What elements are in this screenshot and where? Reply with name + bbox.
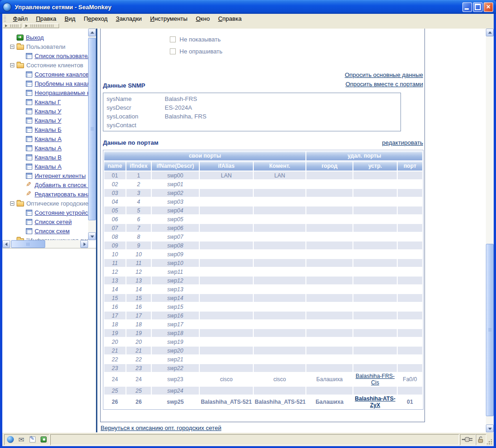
tree-item-label: Состояние клиентов [26, 62, 84, 69]
nopoll-checkbox-row: Не опрашивать [170, 48, 424, 55]
tree-item-label[interactable]: Список схем [35, 228, 70, 235]
ports-section-header: Данные по портам редактировать [103, 138, 423, 147]
table-row: 2525swp24 [104, 387, 422, 395]
tree-item-label[interactable]: Каналы У [35, 117, 61, 124]
hide-checkbox[interactable] [170, 36, 176, 42]
port-cell-ifName: swp06 [152, 224, 199, 232]
addressbook-icon[interactable] [39, 436, 48, 444]
device-link[interactable]: Balashiha-FRS-Cis [356, 373, 395, 386]
tree-item[interactable]: Состояние устройст [2, 208, 88, 217]
navigator-icon[interactable] [6, 436, 14, 444]
sidebar-horizontal-scrollbar[interactable] [2, 240, 88, 248]
online-status-panel[interactable] [460, 434, 476, 445]
tree-item[interactable]: Состояние каналов [2, 70, 88, 79]
tree-item-label[interactable]: Добавить в список к [35, 182, 88, 189]
tree-item-label[interactable]: Редактировать кана [35, 191, 88, 198]
main-scroll-thumb[interactable] [486, 244, 494, 416]
tree-item[interactable]: Неопрашиваемые к [2, 88, 88, 97]
tree-item[interactable]: Добавить в список к [2, 180, 88, 189]
scroll-down-icon[interactable] [486, 424, 494, 432]
tree-expander-icon[interactable] [10, 45, 14, 49]
close-button[interactable] [484, 2, 493, 12]
port-cell-device [353, 364, 397, 372]
mail-icon[interactable]: ✉ [17, 436, 25, 444]
menu-item[interactable]: Справка [214, 15, 246, 23]
tree-item[interactable]: Каналы У [2, 116, 88, 125]
security-panel[interactable] [476, 434, 486, 445]
menu-item[interactable]: Файл [9, 15, 32, 23]
scroll-right-icon[interactable] [80, 240, 88, 248]
maximize-button[interactable] [473, 2, 483, 12]
table-row: 1414swp13 [104, 285, 422, 293]
port-cell-name: 03 [104, 189, 125, 197]
tree-item[interactable]: Каналы Г [2, 97, 88, 106]
tree-item[interactable]: Каналы А [2, 143, 88, 153]
tree-item-label[interactable]: Каналы А [35, 145, 61, 152]
scroll-left-icon[interactable] [2, 240, 10, 248]
tree-item[interactable]: Список сетей [2, 217, 88, 226]
sidebar-scroll-thumb[interactable] [88, 38, 96, 220]
tree-item-label[interactable]: Список сетей [35, 218, 72, 225]
tree-item-label[interactable]: Состояние каналов [35, 71, 88, 78]
table-row: 2424swp23ciscociscoБалашихаBalashiha-FRS… [104, 373, 422, 386]
collapsed-personal-toolbar[interactable] [23, 24, 59, 28]
tree-item-label[interactable]: Список пользовател [35, 53, 88, 59]
menu-item[interactable]: Вид [60, 15, 80, 23]
menu-item[interactable]: Окно [191, 15, 214, 23]
tree-item[interactable]: Каналы Б [2, 125, 88, 134]
port-cell-port [398, 364, 422, 372]
menubar-grippy-icon[interactable] [4, 15, 6, 22]
composer-icon[interactable] [28, 436, 36, 444]
port-cell-ifName: swp14 [152, 294, 199, 302]
sidebar-hscroll-thumb[interactable] [11, 240, 45, 248]
tree-item[interactable]: Каналы В [2, 153, 88, 162]
port-cell-name: 05 [104, 206, 125, 214]
port-cell-device [353, 233, 397, 241]
poll-basic-link[interactable]: Опросить основные данные [345, 71, 423, 80]
back-to-networks-link[interactable]: Вернуться к описанию опт. городских сете… [101, 424, 221, 431]
tree-item[interactable]: Список схем [2, 226, 88, 236]
menu-item[interactable]: Инструменты [146, 15, 191, 23]
tree-item-label[interactable]: Каналы А [35, 136, 61, 142]
device-link[interactable]: Balashiha-ATS-ZyX [355, 395, 395, 408]
scroll-up-icon[interactable] [88, 29, 96, 36]
tree-item-label[interactable]: Каналы А [35, 163, 61, 170]
tree-expander-icon[interactable] [10, 201, 14, 206]
tree-item-label[interactable]: Неопрашиваемые к [35, 89, 88, 96]
minimize-button[interactable] [462, 2, 472, 12]
tree-item[interactable]: Выход [2, 33, 88, 42]
tree-item[interactable]: Каналы А [2, 162, 88, 171]
port-cell-city [306, 259, 353, 267]
menu-item[interactable]: Закладки [112, 15, 146, 23]
edit-ports-link[interactable]: редактировать [382, 139, 423, 146]
tree-item-label[interactable]: Состояние устройст [35, 209, 88, 216]
tree-expander-icon[interactable] [10, 63, 14, 67]
tree-item[interactable]: Проблемы на канал [2, 79, 88, 88]
tree-item[interactable]: Каналы А [2, 134, 88, 143]
main-vertical-scrollbar[interactable] [486, 29, 494, 432]
tree-item[interactable]: Интернет клиенты [2, 171, 88, 180]
menu-item[interactable]: Переход [79, 15, 112, 23]
sidebar-vertical-scrollbar[interactable] [88, 29, 96, 240]
scroll-down-icon[interactable] [88, 232, 96, 240]
port-cell-port [398, 171, 422, 179]
resize-grip[interactable] [486, 439, 493, 445]
tree-item-label[interactable]: Каналы У [35, 108, 61, 115]
menu-item[interactable]: Правка [32, 15, 60, 23]
collapsed-navigation-toolbar[interactable] [3, 24, 21, 28]
nopoll-checkbox[interactable] [170, 48, 176, 54]
poll-with-ports-link[interactable]: Опросить вместе с портами [345, 80, 423, 89]
tree-item[interactable]: Редактировать кана [2, 189, 88, 199]
tree-item[interactable]: Список пользовател [2, 51, 88, 60]
scroll-up-icon[interactable] [486, 29, 494, 36]
tree-item-label[interactable]: Каналы В [35, 154, 61, 161]
tree-item-label[interactable]: Интернет клиенты [35, 172, 86, 179]
sidebar-frame: ВыходПользователиСписок пользователСосто… [2, 29, 96, 248]
tree-item-label[interactable]: Проблемы на канал [35, 80, 88, 87]
tree-item-label[interactable]: Выход [26, 34, 44, 41]
port-cell-city [306, 268, 353, 276]
port-cell-port [398, 180, 422, 188]
tree-item-label[interactable]: Каналы Б [35, 126, 61, 133]
tree-item-label[interactable]: Каналы Г [35, 99, 61, 106]
tree-item[interactable]: Каналы У [2, 106, 88, 116]
